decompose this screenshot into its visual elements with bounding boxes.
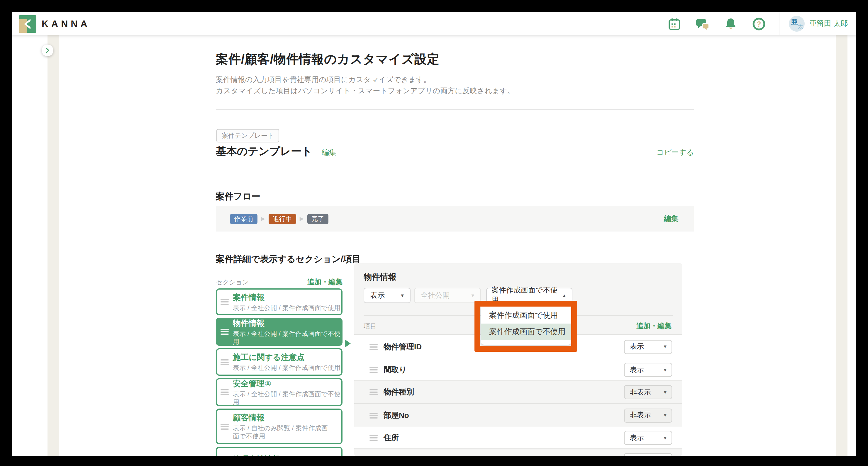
usage-dropdown-menu: 案件作成画面で使用 案件作成画面で不使用	[481, 304, 571, 345]
brand-title: KANNA	[42, 19, 90, 29]
template-title-row: 基本のテンプレート 編集 コピーする	[216, 144, 694, 158]
item-row: 間取り 表示 ▼	[354, 359, 682, 380]
item-visibility-dropdown[interactable]	[624, 453, 672, 456]
chevron-down-icon: ▼	[663, 344, 668, 350]
flow-bar: 作業前 ▶ 進行中 ▶ 完了 編集	[216, 206, 694, 232]
flow-step-badge: 完了	[307, 214, 329, 224]
item-row: 物件種別 非表示 ▼	[354, 380, 682, 403]
app-header: KANNA	[12, 12, 856, 35]
chevron-down-icon: ▼	[470, 293, 475, 298]
visibility-dropdown[interactable]: 表示 ▼	[364, 288, 410, 303]
chat-icon[interactable]	[695, 17, 710, 31]
selected-section-pointer-icon	[345, 339, 351, 347]
item-visibility-dropdown[interactable]: 表示 ▼	[624, 363, 672, 377]
drag-handle-icon[interactable]	[220, 388, 229, 396]
sidebar-gutter	[48, 35, 59, 456]
item-visibility-dropdown[interactable]: 非表示 ▼	[624, 385, 672, 399]
template-name: 基本のテンプレート	[216, 144, 312, 158]
usage-dropdown-open[interactable]: 案件作成画面で不使用 ▲	[486, 288, 572, 303]
panel-heading: 物件情報	[364, 272, 397, 282]
screenshot-viewport: KANNA	[0, 0, 868, 466]
flow-step-badge: 作業前	[230, 214, 257, 224]
page-description: 案件情報の入力項目を貴社専用の項目にカスタマイズできます。 カスタマイズした項目…	[216, 74, 514, 97]
drag-handle-icon[interactable]	[220, 422, 229, 431]
chevron-down-icon: ▼	[663, 435, 668, 440]
user-name[interactable]: 亜留田 太郎	[809, 19, 848, 29]
sidebar	[12, 35, 48, 456]
items-add-edit-link[interactable]: 追加・編集	[636, 321, 672, 331]
svg-text:?: ?	[756, 20, 761, 28]
flow-edit-link[interactable]: 編集	[664, 214, 679, 224]
template-copy-link[interactable]: コピーする	[657, 148, 694, 158]
drag-handle-icon[interactable]	[220, 358, 229, 366]
template-edit-link[interactable]: 編集	[322, 148, 336, 158]
kanna-logo-icon[interactable]	[19, 15, 36, 33]
drag-handle-icon[interactable]	[370, 411, 378, 420]
page-title: 案件/顧客/物件情報のカスタマイズ設定	[216, 51, 440, 67]
sections-column-label: セクション	[216, 278, 249, 287]
header-divider	[779, 12, 779, 35]
chevron-down-icon: ▼	[663, 413, 668, 418]
section-card-anzen-kanri[interactable]: 安全管理① 表示 / 全社公開 / 案件作成画面で不使用	[216, 378, 342, 406]
section-card-bukken-joho-selected[interactable]: 物件情報 表示 / 全社公開 / 案件作成画面で不使用	[216, 318, 342, 346]
menu-option-not-use-selected[interactable]: 案件作成画面で不使用	[481, 324, 571, 340]
drag-handle-icon[interactable]	[220, 298, 229, 306]
page-scrollbar-track[interactable]	[836, 35, 847, 456]
flow-steps: 作業前 ▶ 進行中 ▶ 完了	[230, 214, 329, 224]
flow-arrow-icon: ▶	[261, 216, 265, 222]
drag-handle-icon[interactable]	[370, 388, 378, 396]
flow-step-badge: 進行中	[269, 214, 296, 224]
section-detail-panel: 物件情報 表示 ▼ 全社公開 ▼ 案件作成画面で不使用 ▲ 項目 追加・編集 物…	[354, 263, 682, 456]
chevron-down-icon: ▼	[663, 367, 668, 372]
notifications-icon[interactable]	[724, 17, 738, 31]
calendar-icon[interactable]	[668, 17, 682, 31]
drag-handle-icon[interactable]	[370, 366, 378, 374]
items-label: 項目	[364, 322, 376, 331]
item-row: 部屋No 非表示 ▼	[354, 403, 682, 427]
section-divider	[216, 109, 694, 110]
app-window: KANNA	[12, 12, 856, 456]
sections-column-header: セクション 追加・編集	[216, 277, 342, 287]
item-row: 住所 表示 ▼	[354, 427, 682, 448]
sidebar-collapse-button[interactable]	[42, 44, 53, 56]
sections-heading: 案件詳細で表示するセクション/項目	[216, 254, 361, 265]
drag-handle-icon[interactable]	[220, 328, 229, 336]
drag-handle-icon[interactable]	[370, 343, 378, 351]
section-card-kanri-gaisha-joho[interactable]: 管理会社情報 表示 / 全社公開 / 案件作成画面で使用	[216, 447, 342, 456]
menu-option-use[interactable]: 案件作成画面で使用	[481, 307, 571, 324]
item-visibility-dropdown[interactable]: 非表示 ▼	[624, 408, 672, 422]
publish-scope-dropdown-disabled: 全社公開 ▼	[414, 288, 481, 303]
chevron-down-icon: ▼	[663, 390, 668, 395]
section-card-kokyaku-joho[interactable]: 顧客情報 表示 / 自社のみ閲覧 / 案件作成画面で不使用	[216, 408, 342, 444]
help-icon[interactable]: ?	[752, 17, 766, 31]
user-avatar[interactable]: 亜 太	[789, 16, 805, 32]
sections-add-edit-link[interactable]: 追加・編集	[307, 277, 342, 287]
section-card-sekou-chuiten[interactable]: 施工に関する注意点 表示 / 全社公開 / 案件作成画面で使用	[216, 348, 342, 376]
section-card-anken-joho[interactable]: 案件情報 表示 / 全社公開 / 案件作成画面で使用	[216, 289, 342, 315]
flow-arrow-icon: ▶	[300, 216, 304, 222]
chevron-up-icon: ▲	[562, 293, 566, 298]
item-visibility-dropdown[interactable]: 表示 ▼	[624, 340, 672, 354]
flow-heading: 案件フロー	[216, 191, 260, 202]
header-actions: ? 亜 太 亜留田 太郎	[660, 12, 856, 35]
item-visibility-dropdown[interactable]: 表示 ▼	[624, 431, 672, 445]
drag-handle-icon[interactable]	[370, 434, 378, 442]
chevron-down-icon: ▼	[400, 293, 405, 298]
template-type-badge: 案件テンプレート	[216, 129, 279, 142]
item-row-partial	[354, 448, 682, 456]
